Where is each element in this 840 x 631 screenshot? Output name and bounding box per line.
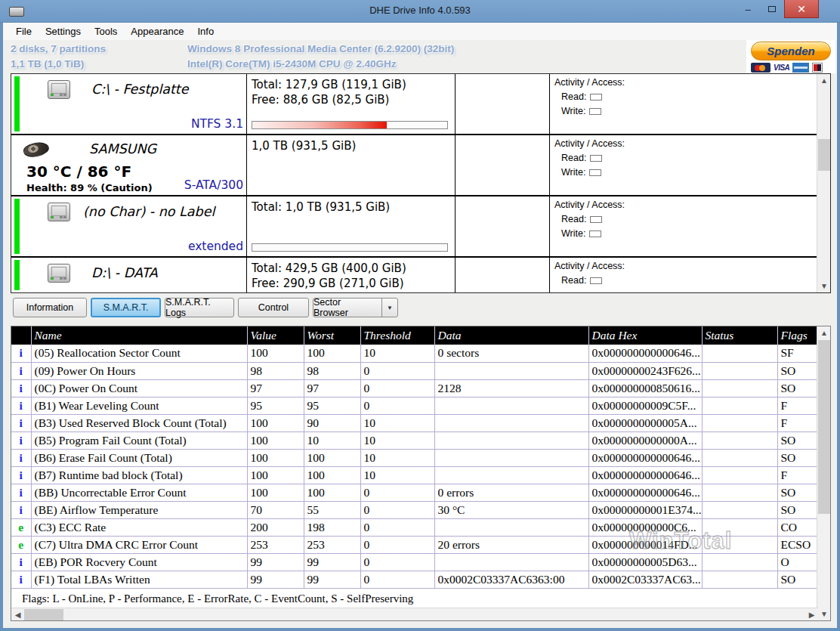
minimize-button[interactable]: –	[736, 0, 760, 18]
maximize-button[interactable]	[760, 0, 784, 18]
scroll-down-icon[interactable]: ▼	[817, 608, 831, 620]
close-button[interactable]: ✕	[784, 0, 819, 18]
scroll-right-icon[interactable]: ▶	[805, 608, 818, 621]
cell-threshold: 10	[360, 449, 434, 466]
cell-attribute-type-icon: i	[11, 362, 31, 379]
cell-flags: F	[777, 414, 817, 431]
cell-flags: SF	[777, 345, 817, 362]
drive-row-extended[interactable]: (no Char) - no Label extended Total: 1,0…	[11, 195, 817, 256]
drive-row-d[interactable]: D:\ - DATA Total: 429,5 GB (400,0 GiB) F…	[11, 256, 817, 292]
menu-appearance[interactable]: Appearance	[124, 24, 190, 39]
amex-icon	[792, 63, 809, 73]
cell-worst: 100	[304, 449, 360, 466]
scroll-up-icon[interactable]: ▲	[817, 74, 831, 87]
table-row[interactable]: i(B7) Runtime bad block (Total)100100100…	[11, 466, 817, 484]
tab-control[interactable]: Control	[238, 298, 309, 317]
cell-name: (B1) Wear Leveling Count	[31, 397, 247, 414]
header-data-hex[interactable]: Data Hex	[588, 326, 702, 345]
cell-attribute-type-icon: i	[11, 484, 31, 501]
write-activity-led	[589, 230, 601, 237]
cell-name: (C3) ECC Rate	[31, 518, 247, 536]
donate-label: Spenden	[767, 45, 814, 57]
read-activity-led	[590, 216, 602, 223]
write-label: Write:	[561, 228, 585, 239]
scrollbar-thumb[interactable]	[24, 609, 63, 620]
title-bar[interactable]: DHE Drive Info 4.0.593 – ✕	[0, 0, 840, 23]
table-row[interactable]: i(0C) Power On Count9797021280x000000000…	[11, 379, 817, 397]
cell-worst: 98	[304, 362, 360, 379]
watermark: WinTotal	[629, 527, 732, 555]
drive-row-c[interactable]: C:\ - Festplatte NTFS 3.1 Total: 127,9 G…	[11, 74, 817, 134]
table-row[interactable]: i(B5) Program Fail Count (Total)10010100…	[11, 431, 817, 449]
cell-threshold: 0	[360, 571, 434, 588]
table-row[interactable]: i(BB) Uncorrectable Error Count10010000 …	[11, 484, 817, 501]
table-horizontal-scrollbar[interactable]: ◀ ▶	[11, 608, 818, 620]
cell-attribute-type-icon: i	[11, 397, 31, 414]
cell-data-hex: 0x00000000005D63...	[588, 553, 702, 571]
cell-name: (B6) Erase Fail Count (Total)	[31, 449, 247, 466]
cell-name: (B5) Program Fail Count (Total)	[31, 431, 247, 449]
write-label: Write:	[561, 106, 585, 116]
header-worst[interactable]: Worst	[304, 326, 360, 345]
tab-information[interactable]: Information	[13, 298, 87, 317]
header-flags[interactable]: Flags	[777, 326, 817, 345]
tab-smart-logs[interactable]: S.M.A.R.T. Logs	[165, 298, 234, 317]
cell-value: 100	[247, 431, 304, 449]
header-data[interactable]: Data	[434, 326, 588, 345]
table-row[interactable]: i(BE) Airflow Temperature7055030 °C0x000…	[11, 501, 817, 518]
header-status[interactable]: Status	[702, 326, 777, 345]
read-activity-led	[590, 155, 602, 162]
partition-icon	[48, 80, 70, 99]
read-label: Read:	[561, 275, 586, 286]
menu-tools[interactable]: Tools	[88, 24, 124, 39]
tab-sector-browser[interactable]: Sector Browser ▼	[313, 298, 398, 317]
partition-status-bar	[14, 199, 20, 254]
header-name[interactable]: Name	[31, 326, 247, 345]
read-activity-led	[590, 277, 602, 284]
header-value[interactable]: Value	[247, 326, 304, 345]
scroll-left-icon[interactable]: ◀	[11, 608, 24, 621]
cell-value: 100	[247, 345, 304, 362]
scrollbar-thumb[interactable]	[818, 139, 830, 171]
cell-flags: O	[777, 553, 817, 571]
table-row[interactable]: i(09) Power On Hours989800x00000000243F6…	[11, 362, 817, 379]
scrollbar-thumb[interactable]	[818, 340, 830, 514]
cell-threshold: 10	[360, 466, 434, 484]
read-label: Read:	[561, 91, 586, 102]
header-threshold[interactable]: Threshold	[360, 326, 434, 345]
chevron-down-icon[interactable]: ▼	[381, 298, 397, 317]
cell-value: 97	[247, 379, 304, 397]
cell-value: 99	[247, 571, 304, 588]
partition-icon	[48, 264, 70, 283]
cell-worst: 95	[304, 397, 360, 414]
cell-worst: 90	[304, 414, 360, 431]
menu-settings[interactable]: Settings	[39, 24, 88, 39]
table-row[interactable]: i(B6) Erase Fail Count (Total)100100100x…	[11, 449, 817, 466]
cell-threshold: 10	[360, 414, 434, 431]
table-row[interactable]: i(EB) POR Rocvery Count999900x0000000000…	[11, 553, 817, 571]
table-row[interactable]: i(F1) Total LBAs Written999900x0002C0333…	[11, 571, 817, 588]
table-row[interactable]: i(B1) Wear Leveling Count959500x00000000…	[11, 397, 817, 414]
table-vertical-scrollbar[interactable]: ▲ ▼	[817, 326, 830, 620]
drive-row-samsung[interactable]: SAMSUNG 30 °C / 86 °F Health: 89 % (Caut…	[11, 134, 817, 195]
tab-smart[interactable]: S.M.A.R.T.	[91, 298, 161, 317]
menu-info[interactable]: Info	[190, 24, 221, 39]
menu-file[interactable]: File	[9, 24, 39, 39]
scroll-down-icon[interactable]: ▼	[817, 280, 831, 292]
cell-flags: F	[777, 397, 817, 414]
cell-status	[702, 553, 777, 571]
donate-button[interactable]: Spenden	[751, 42, 831, 60]
table-row[interactable]: i(B3) Used Reserved Block Count (Total)1…	[11, 414, 817, 431]
drive-list-scrollbar[interactable]: ▲ ▼	[817, 74, 830, 292]
cell-status	[702, 414, 777, 431]
table-row[interactable]: i(05) Reallocation Sector Count100100100…	[11, 345, 817, 362]
scroll-up-icon[interactable]: ▲	[817, 326, 831, 339]
filesystem-label: extended	[188, 240, 243, 253]
partition-total: Total: 1,0 TB (931,5 GiB)	[252, 200, 452, 215]
cell-data-hex: 0x00000000009C5F...	[588, 397, 702, 414]
activity-title: Activity / Access:	[554, 138, 645, 149]
read-label: Read:	[561, 153, 586, 163]
cell-value: 100	[247, 414, 304, 431]
cell-threshold: 0	[360, 379, 434, 397]
cell-value: 70	[247, 501, 304, 518]
